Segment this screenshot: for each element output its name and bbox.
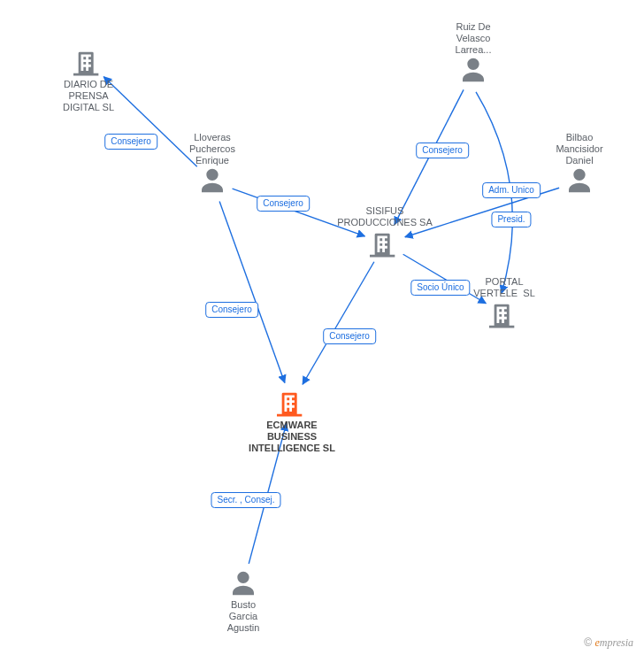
edge-label-busto-ecmware: Secr. , Consej.: [211, 492, 280, 508]
node-ruiz[interactable]: Ruiz De Velasco Larrea...: [420, 19, 526, 84]
brand-rest: mpresia: [600, 636, 633, 649]
node-ecmware[interactable]: ECMWARE BUSINESS INTELLIGENCE SL: [239, 388, 345, 454]
copyright: © empresia: [584, 636, 633, 650]
node-label: Lloveras Puchercos Enrique: [159, 132, 265, 166]
person-icon: [526, 166, 632, 195]
copyright-symbol: ©: [584, 636, 592, 649]
edge-label-ruiz-sisifus: Consejero: [416, 143, 469, 158]
node-label: DIARIO DE PRENSA DIGITAL SL: [35, 79, 142, 113]
node-lloveras[interactable]: Lloveras Puchercos Enrique: [159, 130, 265, 195]
node-label: SISIFUS PRODUCCIONES SA: [332, 205, 438, 228]
node-bilbao[interactable]: Bilbao Mancisidor Daniel: [526, 130, 632, 195]
node-label: Ruiz De Velasco Larrea...: [420, 21, 526, 56]
edge-label-sisifus-portal: Socio Único: [410, 280, 470, 296]
edge-sisifus-ecmware: [303, 262, 374, 385]
building-icon: [239, 388, 345, 418]
person-icon: [190, 569, 296, 597]
edge-label-lloveras-ecmware: Consejero: [205, 302, 258, 318]
edge-label-lloveras-diario: Consejero: [104, 134, 157, 150]
edge-label-bilbao-sisifus: Presid.: [491, 212, 531, 227]
person-icon: [420, 56, 526, 84]
edge-label-sisifus-ecmware: Consejero: [323, 328, 376, 344]
node-sisifus[interactable]: SISIFUS PRODUCCIONES SA: [332, 204, 438, 258]
node-label: ECMWARE BUSINESS INTELLIGENCE SL: [239, 420, 345, 454]
node-diario[interactable]: DIARIO DE PRENSA DIGITAL SL: [35, 47, 142, 113]
person-icon: [159, 166, 265, 195]
node-label: Busto Garcia Agustin: [190, 599, 296, 634]
diagram-stage: { "nodes": { "diario": { "type":"company…: [0, 0, 644, 655]
edge-lloveras-ecmware: [219, 202, 285, 383]
building-icon: [451, 299, 557, 329]
building-icon: [35, 47, 142, 77]
edge-label-ruiz-portal: Adm. Unico: [482, 182, 540, 198]
node-label: Bilbao Mancisidor Daniel: [526, 132, 632, 166]
node-busto[interactable]: Busto Garcia Agustin: [190, 569, 296, 634]
edge-label-lloveras-sisifus: Consejero: [257, 196, 310, 212]
building-icon: [332, 228, 438, 258]
